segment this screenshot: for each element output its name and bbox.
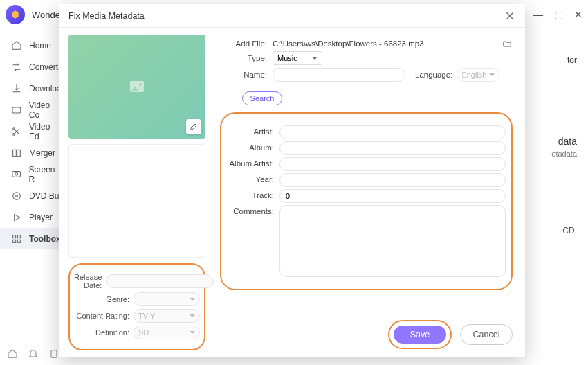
svg-point-7	[13, 192, 21, 199]
svg-point-6	[15, 172, 18, 175]
search-button[interactable]: Search	[242, 91, 282, 105]
app-logo	[6, 5, 25, 24]
svg-rect-13	[51, 350, 57, 358]
sidebar-item-label: DVD Bur	[29, 191, 62, 201]
svg-point-8	[16, 195, 18, 197]
file-path: C:\Users\ws\Desktop\Flowers - 66823.mp3	[273, 39, 497, 48]
right-pane: Add File: C:\Users\ws\Desktop\Flowers - …	[214, 28, 525, 357]
sidebar-item-screen-recorder[interactable]: Screen R	[0, 163, 62, 185]
year-label: Year:	[221, 173, 279, 184]
modal-actions: Save Cancel	[388, 320, 513, 349]
metadata-modal: Fix Media Metadata Release Date: Genre:	[59, 4, 525, 357]
svg-rect-0	[12, 107, 21, 113]
sidebar-item-video-editor[interactable]: Video Ed	[0, 121, 62, 142]
name-input[interactable]	[273, 68, 405, 82]
sidebar-item-label: Video Co	[29, 100, 62, 120]
details-group: Artist: Album: Album Artist: Year: Track…	[220, 112, 513, 290]
content-rating-select[interactable]: TV-Y	[134, 309, 200, 323]
year-input[interactable]	[279, 173, 506, 187]
bg-text-1: tor	[567, 55, 577, 65]
image-placeholder-icon	[130, 81, 144, 92]
extra-fields-group: Release Date: Genre: Content Rating: TV-…	[68, 263, 205, 350]
content-rating-value: TV-Y	[138, 312, 155, 320]
definition-select[interactable]: SD	[134, 326, 200, 339]
sidebar-item-label: Merger	[29, 148, 55, 158]
bg-text-4: CD.	[562, 226, 577, 235]
cancel-button[interactable]: Cancel	[460, 324, 513, 345]
metadata-preview-box	[68, 144, 205, 258]
comments-label: Comments:	[221, 205, 279, 215]
language-value: English	[461, 71, 486, 79]
bg-text-2: data	[558, 136, 577, 147]
genre-label: Genre:	[74, 295, 134, 303]
definition-label: Definition:	[74, 328, 134, 337]
left-pane: Release Date: Genre: Content Rating: TV-…	[59, 28, 214, 357]
sidebar-item-label: Convert	[29, 62, 58, 72]
type-label: Type:	[220, 54, 273, 62]
sidebar-item-merger[interactable]: Merger	[0, 142, 62, 163]
caret-icon	[190, 314, 195, 317]
save-button[interactable]: Save	[394, 326, 446, 344]
sidebar-item-home[interactable]: Home	[0, 35, 62, 56]
window-controls: — ▢ ✕	[533, 9, 582, 20]
sidebar-item-label: Player	[29, 213, 53, 222]
minimize-icon[interactable]: —	[533, 9, 543, 20]
modal-title: Fix Media Metadata	[68, 11, 145, 21]
svg-rect-11	[13, 240, 16, 242]
sidebar-item-converter[interactable]: Convert	[0, 56, 62, 78]
save-highlight: Save	[388, 320, 452, 349]
genre-select[interactable]	[134, 292, 200, 306]
album-artist-label: Album Artist:	[221, 157, 279, 168]
artist-label: Artist:	[221, 125, 279, 136]
browse-folder-icon[interactable]	[502, 39, 513, 48]
album-input[interactable]	[279, 141, 506, 155]
content-rating-label: Content Rating:	[74, 312, 134, 320]
name-label: Name:	[220, 71, 273, 79]
release-date-input[interactable]	[106, 274, 214, 288]
add-file-label: Add File:	[220, 39, 273, 48]
bg-text-3: etadata	[551, 150, 577, 158]
sidebar-item-downloader[interactable]: Downloa	[0, 78, 62, 99]
album-artwork	[68, 35, 205, 139]
caret-icon	[312, 57, 318, 60]
definition-value: SD	[138, 328, 149, 337]
sidebar: Home Convert Downloa Video Co Video Ed M…	[0, 29, 62, 365]
sidebar-item-label: Home	[29, 41, 51, 51]
caret-icon	[190, 298, 195, 301]
sidebar-item-label: Screen R	[29, 165, 63, 184]
language-select[interactable]: English	[457, 68, 499, 82]
svg-rect-5	[12, 171, 21, 177]
modal-header: Fix Media Metadata	[59, 4, 525, 28]
home-icon[interactable]	[7, 348, 18, 359]
close-icon[interactable]: ✕	[574, 9, 582, 20]
footer-icons	[7, 348, 59, 359]
artist-input[interactable]	[279, 125, 506, 139]
svg-rect-4	[17, 150, 21, 156]
album-label: Album:	[221, 141, 279, 152]
clipboard-icon[interactable]	[48, 348, 59, 359]
bell-icon[interactable]	[28, 348, 39, 359]
sidebar-item-toolbox[interactable]: Toolbox	[0, 228, 62, 249]
svg-rect-9	[13, 235, 16, 238]
sidebar-item-dvd-burner[interactable]: DVD Bur	[0, 185, 62, 206]
modal-close-icon[interactable]	[504, 10, 515, 21]
svg-rect-10	[17, 235, 20, 238]
release-date-label: Release Date:	[74, 273, 106, 290]
language-label: Language:	[415, 71, 452, 79]
edit-artwork-button[interactable]	[186, 119, 201, 134]
type-value: Music	[277, 54, 297, 62]
sidebar-item-player[interactable]: Player	[0, 206, 62, 228]
type-select[interactable]: Music	[273, 51, 322, 65]
album-artist-input[interactable]	[279, 157, 506, 171]
comments-input[interactable]	[279, 205, 506, 277]
caret-icon	[190, 331, 195, 334]
track-label: Track:	[221, 189, 279, 199]
maximize-icon[interactable]: ▢	[554, 9, 563, 20]
sidebar-item-label: Toolbox	[29, 234, 61, 244]
sidebar-item-label: Downloa	[29, 84, 62, 94]
caret-icon	[489, 73, 495, 76]
svg-rect-3	[13, 150, 17, 156]
track-input[interactable]	[279, 189, 506, 203]
sidebar-item-video-compressor[interactable]: Video Co	[0, 99, 62, 121]
sidebar-item-label: Video Ed	[29, 122, 62, 141]
